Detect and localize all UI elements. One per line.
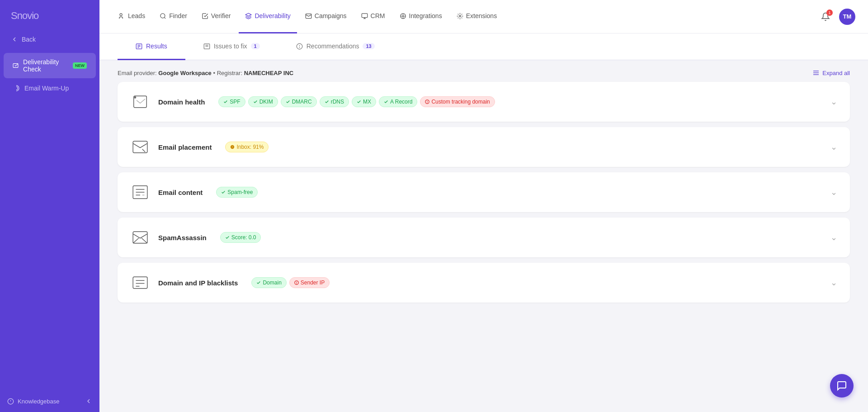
notification-bell[interactable]: 1: [817, 9, 834, 25]
nav-label-finder: Finder: [169, 12, 187, 19]
provider-info: Email provider: Google Workspace • Regis…: [118, 70, 293, 76]
finder-icon: [160, 13, 166, 19]
tab-results[interactable]: Results: [118, 33, 185, 60]
tabs-bar: Results Issues to fix 1 Recommendations …: [99, 33, 868, 60]
nav-item-crm[interactable]: CRM: [355, 0, 392, 33]
domain-health-chevron[interactable]: ⌄: [830, 97, 837, 107]
sidebar: Snovio Back Deliverability Check NEW Ema…: [0, 0, 99, 412]
integrations-icon: [400, 13, 406, 19]
nav-item-verifier[interactable]: Verifier: [195, 0, 237, 33]
expand-all-label: Expand all: [822, 70, 850, 76]
recommendations-tab-icon: [296, 43, 303, 50]
badge-spf: SPF: [218, 96, 245, 107]
nav-label-extensions: Extensions: [466, 12, 497, 19]
nav-label-deliverability: Deliverability: [255, 12, 290, 19]
sidebar-item-email-warm-up[interactable]: Email Warm-Up: [4, 79, 96, 97]
email-content-chevron[interactable]: ⌄: [830, 187, 837, 197]
email-warmup-icon: [13, 85, 20, 92]
nav-item-campaigns[interactable]: Campaigns: [299, 0, 353, 33]
user-avatar[interactable]: TM: [839, 9, 855, 25]
email-content-card: Email content Spam-free ⌄: [118, 172, 850, 212]
email-placement-icon: [130, 137, 150, 157]
domain-health-card: Domain health SPF DKIM DMARC: [118, 82, 850, 122]
badge-rdns: rDNS: [320, 96, 349, 107]
badge-domain: Domain: [251, 277, 286, 288]
chat-button[interactable]: [830, 374, 854, 398]
main-area: Leads Finder Verifier Deliverability Cam…: [99, 0, 868, 412]
deliverability-check-icon: [13, 62, 19, 69]
expand-all-button[interactable]: Expand all: [812, 69, 850, 76]
registrar-label: Registrar:: [217, 70, 242, 76]
verifier-icon: [202, 13, 208, 19]
email-content-icon: [130, 182, 150, 202]
badge-score: Score: 0.0: [220, 232, 261, 243]
nav-item-extensions[interactable]: Extensions: [450, 0, 503, 33]
spamassassin-chevron[interactable]: ⌄: [830, 232, 837, 242]
back-arrow-icon: [11, 36, 18, 43]
email-placement-badges: ! Inbox: 91%: [225, 142, 269, 152]
sidebar-nav: Deliverability Check NEW Email Warm-Up: [0, 48, 99, 390]
nav-item-deliverability[interactable]: Deliverability: [239, 0, 297, 33]
badge-spam-free: Spam-free: [216, 187, 258, 198]
provider-label: Email provider:: [118, 70, 157, 76]
svg-line-42: [142, 238, 147, 243]
nav-label-verifier: Verifier: [211, 12, 231, 19]
results-tab-icon: [136, 43, 142, 50]
provider-bar: Email provider: Google Workspace • Regis…: [99, 60, 868, 82]
tab-recommendations-badge: 13: [363, 43, 374, 49]
book-icon: [7, 398, 14, 405]
crm-icon: [361, 13, 368, 19]
spamassassin-card: SpamAssassin Score: 0.0 ⌄: [118, 218, 850, 257]
svg-rect-8: [362, 13, 368, 17]
email-placement-title: Email placement: [158, 143, 212, 151]
logo-sub: io: [32, 10, 38, 21]
back-label: Back: [22, 36, 36, 43]
blacklists-icon: [130, 273, 150, 293]
email-placement-chevron[interactable]: ⌄: [830, 142, 837, 152]
back-button[interactable]: Back: [0, 30, 99, 48]
sidebar-item-deliverability-check[interactable]: Deliverability Check NEW: [4, 53, 96, 78]
tab-recommendations[interactable]: Recommendations 13: [278, 33, 393, 60]
top-nav: Leads Finder Verifier Deliverability Cam…: [99, 0, 868, 33]
sidebar-item-label: Email Warm-Up: [24, 85, 69, 92]
nav-item-finder[interactable]: Finder: [153, 0, 193, 33]
tab-results-label: Results: [146, 43, 167, 50]
badge-mx: MX: [352, 96, 376, 107]
extensions-icon: [457, 13, 463, 19]
chat-icon: [836, 380, 847, 391]
svg-rect-43: [133, 277, 147, 288]
expand-all-icon: [812, 69, 820, 76]
badge-inbox: ! Inbox: 91%: [225, 142, 269, 152]
svg-line-41: [133, 238, 139, 243]
badge-sender-ip: Sender IP: [289, 277, 330, 288]
domain-health-badges: SPF DKIM DMARC rDNS: [218, 96, 495, 107]
knowledgebase-label: Knowledgebase: [18, 398, 60, 405]
svg-rect-31: [133, 141, 147, 152]
tab-issues-to-fix[interactable]: Issues to fix 1: [185, 33, 278, 60]
nav-item-integrations[interactable]: Integrations: [393, 0, 448, 33]
content-area: Results Issues to fix 1 Recommendations …: [99, 33, 868, 412]
logo-main: Snov: [11, 10, 32, 21]
sidebar-collapse-button[interactable]: [85, 398, 92, 405]
cards-area: Domain health SPF DKIM DMARC: [99, 82, 868, 303]
nav-label-campaigns: Campaigns: [315, 12, 347, 19]
email-placement-card: Email placement ! Inbox: 91% ⌄: [118, 127, 850, 167]
svg-point-12: [459, 15, 461, 17]
issues-tab-icon: [203, 43, 210, 50]
badge-dkim: DKIM: [248, 96, 278, 107]
svg-point-22: [299, 47, 300, 47]
provider-value: Google Workspace: [158, 70, 212, 76]
svg-point-27: [134, 97, 136, 98]
badge-arecord: A Record: [379, 96, 417, 107]
knowledgebase-link[interactable]: Knowledgebase: [7, 398, 60, 405]
notification-count: 1: [826, 9, 833, 16]
sidebar-item-label: Deliverability Check: [23, 58, 68, 73]
blacklists-chevron[interactable]: ⌄: [830, 278, 837, 288]
badge-custom-tracking: Custom tracking domain: [420, 96, 495, 107]
blacklists-title: Domain and IP blacklists: [158, 279, 238, 287]
sidebar-bottom: Knowledgebase: [0, 390, 99, 412]
nav-label-leads: Leads: [128, 12, 145, 19]
domain-health-icon: [130, 92, 150, 112]
nav-item-leads[interactable]: Leads: [112, 0, 151, 33]
deliverability-nav-icon: [245, 13, 252, 19]
